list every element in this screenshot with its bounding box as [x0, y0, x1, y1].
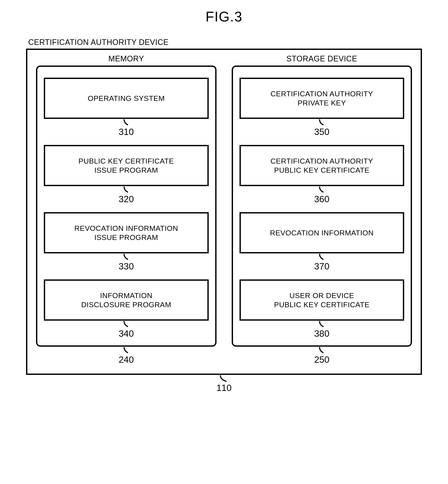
storage-title: STORAGE DEVICE	[232, 54, 412, 63]
leader-line-icon	[120, 321, 133, 328]
storage-ref: 250	[232, 355, 412, 365]
item-label-line: PUBLIC KEY CERTIFICATE	[274, 166, 369, 175]
user-device-pk-cert-ref: 380	[240, 328, 404, 339]
leader-line-icon	[120, 186, 133, 194]
storage-column: STORAGE DEVICE CERTIFICATION AUTHORITY P…	[232, 54, 412, 365]
item-label-line: ISSUE PROGRAM	[94, 166, 158, 175]
leader-line-icon	[120, 119, 133, 127]
ca-private-key-ref: 350	[240, 127, 404, 137]
leader-line-icon	[315, 119, 328, 127]
info-disclosure-program-box: INFORMATION DISCLOSURE PROGRAM	[44, 279, 209, 321]
ca-public-key-cert-box: CERTIFICATION AUTHORITY PUBLIC KEY CERTI…	[240, 145, 404, 186]
ca-public-key-cert-ref: 360	[240, 194, 404, 204]
leader-line-icon	[120, 347, 133, 355]
item-label-line: REVOCATION INFORMATION	[270, 228, 374, 238]
device-ref: 110	[9, 383, 439, 393]
item-label-line: CERTIFICATION AUTHORITY	[271, 89, 373, 98]
leader-line-icon	[315, 321, 328, 328]
operating-system-box: OPERATING SYSTEM	[44, 78, 209, 119]
memory-title: MEMORY	[36, 54, 216, 63]
info-disclosure-program-ref: 340	[44, 328, 209, 339]
pk-cert-issue-program-ref: 320	[44, 194, 209, 204]
storage-item: CERTIFICATION AUTHORITY PRIVATE KEY 350	[240, 78, 404, 137]
leader-line-icon	[315, 186, 328, 194]
item-label-line: PRIVATE KEY	[298, 98, 346, 108]
memory-item: PUBLIC KEY CERTIFICATE ISSUE PROGRAM 320	[44, 145, 209, 204]
certification-authority-device-box: MEMORY OPERATING SYSTEM 310 PUBLIC KEY C…	[26, 49, 422, 375]
leader-line-icon	[120, 253, 133, 261]
revocation-info-box: REVOCATION INFORMATION	[240, 212, 404, 253]
item-label-line: ISSUE PROGRAM	[94, 233, 158, 242]
leader-line-icon	[315, 347, 328, 355]
item-label-line: INFORMATION	[100, 291, 152, 300]
memory-item: OPERATING SYSTEM 310	[44, 78, 209, 137]
storage-item: CERTIFICATION AUTHORITY PUBLIC KEY CERTI…	[240, 145, 404, 204]
item-label-line: PUBLIC KEY CERTIFICATE	[274, 300, 369, 309]
device-label: CERTIFICATION AUTHORITY DEVICE	[28, 38, 439, 47]
memory-box: OPERATING SYSTEM 310 PUBLIC KEY CERTIFIC…	[36, 65, 216, 347]
figure-title: FIG.3	[9, 9, 439, 25]
storage-item: USER OR DEVICE PUBLIC KEY CERTIFICATE 38…	[240, 279, 404, 339]
memory-item: INFORMATION DISCLOSURE PROGRAM 340	[44, 279, 209, 339]
item-label-line: CERTIFICATION AUTHORITY	[271, 156, 373, 166]
item-label-line: USER OR DEVICE	[289, 291, 354, 300]
columns-container: MEMORY OPERATING SYSTEM 310 PUBLIC KEY C…	[36, 54, 412, 365]
storage-item: REVOCATION INFORMATION 370	[240, 212, 404, 272]
user-device-pk-cert-box: USER OR DEVICE PUBLIC KEY CERTIFICATE	[240, 279, 404, 321]
memory-ref: 240	[36, 355, 216, 365]
item-label-line: REVOCATION INFORMATION	[74, 224, 178, 233]
item-label-line: OPERATING SYSTEM	[88, 94, 165, 103]
leader-line-icon	[315, 253, 328, 261]
memory-item: REVOCATION INFORMATION ISSUE PROGRAM 330	[44, 212, 209, 272]
pk-cert-issue-program-box: PUBLIC KEY CERTIFICATE ISSUE PROGRAM	[44, 145, 209, 186]
storage-box: CERTIFICATION AUTHORITY PRIVATE KEY 350 …	[232, 65, 412, 347]
leader-line-icon	[214, 375, 234, 383]
revocation-info-issue-program-ref: 330	[44, 261, 209, 272]
operating-system-ref: 310	[44, 127, 209, 137]
revocation-info-issue-program-box: REVOCATION INFORMATION ISSUE PROGRAM	[44, 212, 209, 253]
item-label-line: DISCLOSURE PROGRAM	[81, 300, 171, 309]
ca-private-key-box: CERTIFICATION AUTHORITY PRIVATE KEY	[240, 78, 404, 119]
memory-column: MEMORY OPERATING SYSTEM 310 PUBLIC KEY C…	[36, 54, 216, 365]
item-label-line: PUBLIC KEY CERTIFICATE	[79, 156, 174, 166]
revocation-info-ref: 370	[240, 261, 404, 272]
